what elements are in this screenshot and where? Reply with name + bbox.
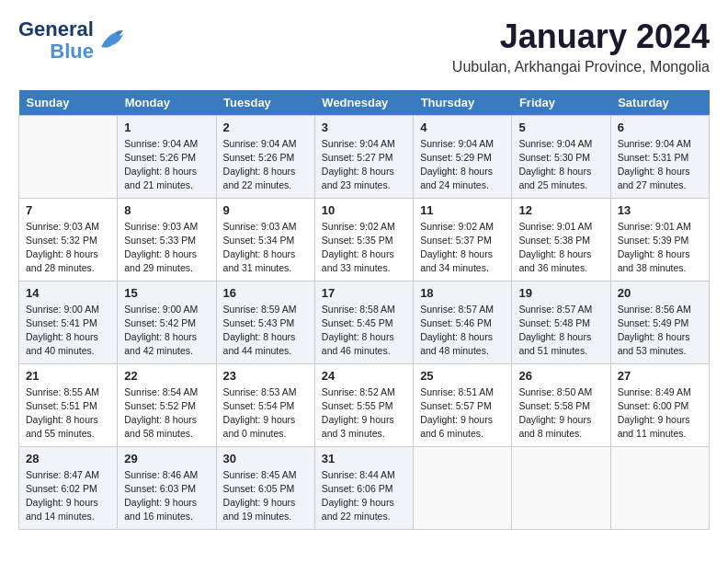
weekday-header-tuesday: Tuesday (216, 90, 314, 116)
calendar-cell (414, 446, 512, 529)
day-info: Sunrise: 8:49 AMSunset: 6:00 PMDaylight:… (618, 385, 702, 442)
day-info: Sunrise: 9:04 AMSunset: 5:30 PMDaylight:… (518, 137, 603, 193)
day-info: Sunrise: 9:01 AMSunset: 5:39 PMDaylight:… (618, 220, 702, 276)
day-info: Sunrise: 9:03 AMSunset: 5:32 PMDaylight:… (26, 220, 110, 276)
day-number: 28 (26, 452, 110, 465)
day-number: 18 (420, 286, 505, 300)
day-number: 6 (618, 121, 702, 134)
day-number: 19 (518, 286, 603, 300)
calendar-cell: 6Sunrise: 9:04 AMSunset: 5:31 PMDaylight… (610, 115, 709, 198)
page-header: General Blue January 2024 Uubulan, Arkha… (18, 18, 710, 75)
day-info: Sunrise: 9:01 AMSunset: 5:38 PMDaylight:… (518, 220, 603, 276)
day-info: Sunrise: 8:58 AMSunset: 5:45 PMDaylight:… (322, 303, 406, 359)
calendar-cell: 10Sunrise: 9:02 AMSunset: 5:35 PMDayligh… (314, 198, 413, 281)
day-info: Sunrise: 9:03 AMSunset: 5:33 PMDaylight:… (124, 220, 209, 276)
calendar-cell: 2Sunrise: 9:04 AMSunset: 5:26 PMDaylight… (216, 115, 314, 198)
logo-line1: General (18, 18, 94, 40)
day-info: Sunrise: 8:52 AMSunset: 5:55 PMDaylight:… (322, 385, 406, 442)
calendar-cell: 25Sunrise: 8:51 AMSunset: 5:57 PMDayligh… (414, 363, 512, 446)
day-info: Sunrise: 8:46 AMSunset: 6:03 PMDaylight:… (124, 468, 209, 524)
day-number: 5 (518, 121, 603, 134)
day-number: 11 (420, 203, 505, 217)
day-number: 7 (26, 203, 110, 217)
day-info: Sunrise: 8:51 AMSunset: 5:57 PMDaylight:… (420, 385, 505, 442)
calendar-cell: 26Sunrise: 8:50 AMSunset: 5:58 PMDayligh… (512, 363, 610, 446)
logo-bird-icon (97, 29, 127, 52)
calendar-week-row: 7Sunrise: 9:03 AMSunset: 5:32 PMDaylight… (19, 198, 710, 281)
day-info: Sunrise: 8:44 AMSunset: 6:06 PMDaylight:… (322, 468, 406, 524)
weekday-header-thursday: Thursday (414, 90, 512, 116)
day-info: Sunrise: 8:56 AMSunset: 5:49 PMDaylight:… (618, 303, 702, 359)
day-info: Sunrise: 8:54 AMSunset: 5:52 PMDaylight:… (124, 385, 209, 442)
day-info: Sunrise: 9:04 AMSunset: 5:26 PMDaylight:… (124, 137, 209, 193)
calendar-cell: 21Sunrise: 8:55 AMSunset: 5:51 PMDayligh… (19, 363, 118, 446)
day-info: Sunrise: 9:00 AMSunset: 5:42 PMDaylight:… (124, 303, 209, 359)
day-info: Sunrise: 9:04 AMSunset: 5:31 PMDaylight:… (618, 137, 702, 193)
calendar-cell: 28Sunrise: 8:47 AMSunset: 6:02 PMDayligh… (19, 446, 118, 529)
calendar-cell: 16Sunrise: 8:59 AMSunset: 5:43 PMDayligh… (216, 281, 314, 363)
day-number: 23 (223, 369, 308, 383)
day-info: Sunrise: 8:55 AMSunset: 5:51 PMDaylight:… (26, 385, 110, 442)
day-number: 30 (223, 452, 308, 465)
day-info: Sunrise: 8:57 AMSunset: 5:46 PMDaylight:… (420, 303, 505, 359)
calendar-cell: 7Sunrise: 9:03 AMSunset: 5:32 PMDaylight… (19, 198, 118, 281)
day-number: 31 (322, 452, 406, 465)
calendar-cell: 23Sunrise: 8:53 AMSunset: 5:54 PMDayligh… (216, 363, 314, 446)
weekday-header-row: SundayMondayTuesdayWednesdayThursdayFrid… (19, 90, 710, 116)
day-number: 10 (322, 203, 406, 217)
calendar-cell: 30Sunrise: 8:45 AMSunset: 6:05 PMDayligh… (216, 446, 314, 529)
calendar-cell: 9Sunrise: 9:03 AMSunset: 5:34 PMDaylight… (216, 198, 314, 281)
calendar-table: SundayMondayTuesdayWednesdayThursdayFrid… (18, 90, 710, 530)
calendar-cell: 24Sunrise: 8:52 AMSunset: 5:55 PMDayligh… (314, 363, 413, 446)
day-number: 2 (223, 121, 308, 134)
calendar-week-row: 28Sunrise: 8:47 AMSunset: 6:02 PMDayligh… (19, 446, 710, 529)
day-number: 20 (618, 286, 702, 300)
day-number: 4 (420, 121, 505, 134)
calendar-week-row: 21Sunrise: 8:55 AMSunset: 5:51 PMDayligh… (19, 363, 710, 446)
location: Uubulan, Arkhangai Province, Mongolia (452, 59, 710, 75)
day-info: Sunrise: 9:00 AMSunset: 5:41 PMDaylight:… (26, 303, 110, 359)
calendar-cell: 27Sunrise: 8:49 AMSunset: 6:00 PMDayligh… (610, 363, 709, 446)
day-number: 25 (420, 369, 505, 383)
day-info: Sunrise: 8:59 AMSunset: 5:43 PMDaylight:… (223, 303, 308, 359)
day-info: Sunrise: 9:02 AMSunset: 5:37 PMDaylight:… (420, 220, 505, 276)
weekday-header-monday: Monday (118, 90, 216, 116)
calendar-cell: 8Sunrise: 9:03 AMSunset: 5:33 PMDaylight… (118, 198, 216, 281)
calendar-cell: 19Sunrise: 8:57 AMSunset: 5:48 PMDayligh… (512, 281, 610, 363)
day-number: 26 (518, 369, 603, 383)
day-number: 22 (124, 369, 209, 383)
day-number: 17 (322, 286, 406, 300)
calendar-cell (19, 115, 118, 198)
calendar-cell: 1Sunrise: 9:04 AMSunset: 5:26 PMDaylight… (118, 115, 216, 198)
day-number: 3 (322, 121, 406, 134)
logo: General Blue (18, 18, 127, 63)
calendar-cell: 15Sunrise: 9:00 AMSunset: 5:42 PMDayligh… (118, 281, 216, 363)
calendar-week-row: 14Sunrise: 9:00 AMSunset: 5:41 PMDayligh… (19, 281, 710, 363)
day-number: 15 (124, 286, 209, 300)
weekday-header-sunday: Sunday (19, 90, 118, 116)
day-number: 9 (223, 203, 308, 217)
calendar-cell: 5Sunrise: 9:04 AMSunset: 5:30 PMDaylight… (512, 115, 610, 198)
day-info: Sunrise: 9:04 AMSunset: 5:29 PMDaylight:… (420, 137, 505, 193)
calendar-cell: 11Sunrise: 9:02 AMSunset: 5:37 PMDayligh… (414, 198, 512, 281)
calendar-cell: 17Sunrise: 8:58 AMSunset: 5:45 PMDayligh… (314, 281, 413, 363)
day-number: 14 (26, 286, 110, 300)
calendar-cell: 3Sunrise: 9:04 AMSunset: 5:27 PMDaylight… (314, 115, 413, 198)
title-block: January 2024 Uubulan, Arkhangai Province… (452, 18, 710, 75)
day-number: 27 (618, 369, 702, 383)
weekday-header-friday: Friday (512, 90, 610, 116)
day-info: Sunrise: 8:50 AMSunset: 5:58 PMDaylight:… (518, 385, 603, 442)
month-title: January 2024 (452, 18, 710, 55)
calendar-cell: 18Sunrise: 8:57 AMSunset: 5:46 PMDayligh… (414, 281, 512, 363)
calendar-cell: 31Sunrise: 8:44 AMSunset: 6:06 PMDayligh… (314, 446, 413, 529)
day-number: 1 (124, 121, 209, 134)
calendar-cell: 4Sunrise: 9:04 AMSunset: 5:29 PMDaylight… (414, 115, 512, 198)
calendar-cell: 29Sunrise: 8:46 AMSunset: 6:03 PMDayligh… (118, 446, 216, 529)
calendar-cell (610, 446, 709, 529)
calendar-week-row: 1Sunrise: 9:04 AMSunset: 5:26 PMDaylight… (19, 115, 710, 198)
day-number: 16 (223, 286, 308, 300)
calendar-cell: 22Sunrise: 8:54 AMSunset: 5:52 PMDayligh… (118, 363, 216, 446)
logo-line2: Blue (50, 40, 94, 63)
day-number: 8 (124, 203, 209, 217)
day-info: Sunrise: 9:04 AMSunset: 5:26 PMDaylight:… (223, 137, 308, 193)
